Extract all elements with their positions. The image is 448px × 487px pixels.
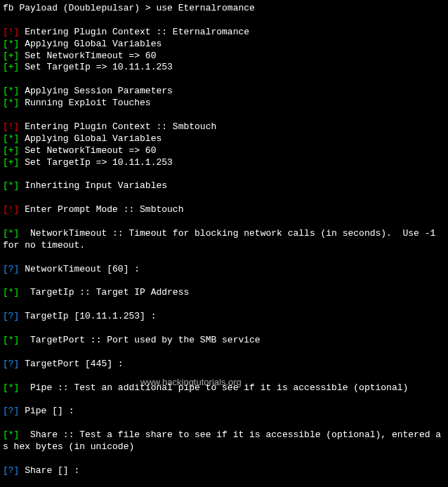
status-tag: [+]	[3, 145, 19, 156]
status-tag: [?]	[3, 359, 19, 369]
terminal-line	[3, 299, 445, 311]
status-tag: [*]	[3, 382, 19, 393]
status-tag: [*]	[3, 98, 19, 108]
status-tag: [?]	[3, 465, 19, 476]
line-text: Enter Prompt Mode :: Smbtouch	[25, 204, 183, 215]
line-text: TargetPort :: Port used by the SMB servi…	[25, 335, 260, 345]
terminal-line: [*] Applying Session Parameters	[3, 86, 445, 98]
line-text: Entering Plugin Context :: Eternalromanc…	[25, 27, 249, 37]
terminal-line: [!] Entering Plugin Context :: Eternalro…	[3, 27, 445, 39]
terminal-line: [?] TargetPort [445] :	[3, 359, 445, 371]
terminal-line: [+] Set NetworkTimeout => 60	[3, 51, 445, 62]
blank-line	[3, 15, 445, 27]
terminal-line	[3, 477, 445, 487]
status-tag: [*]	[3, 335, 19, 345]
line-text: Share :: Test a file share to see if it …	[25, 429, 441, 440]
status-tag: [+]	[3, 51, 19, 61]
terminal-line: [+] Set TargetIp => 10.11.1.253	[3, 62, 445, 74]
line-text: Applying Session Parameters	[25, 86, 173, 96]
status-tag: [!]	[3, 121, 19, 132]
terminal-output: fb Payload (Doublepulsar) > use Eternalr…	[3, 3, 445, 487]
line-text: Running Exploit Touches	[25, 98, 150, 108]
terminal-line: [*] Inheriting Input Variables	[3, 180, 445, 192]
line-text: TargetPort [445] :	[25, 359, 123, 369]
status-tag: [*]	[3, 86, 19, 96]
command-prompt[interactable]: fb Payload (Doublepulsar) > use Eternalr…	[3, 3, 445, 15]
terminal-line: [*] TargetIp :: Target IP Address	[3, 287, 445, 299]
line-text: NetworkTimeout [60] :	[25, 264, 140, 274]
terminal-line: [*] Applying Global Variables	[3, 133, 445, 145]
line-text: TargetIp :: Target IP Address	[25, 287, 189, 298]
line-text: Entering Plugin Context :: Smbtouch	[25, 121, 216, 132]
terminal-line: [*] Share :: Test a file share to see if…	[3, 429, 445, 441]
watermark: www.hackingtutorials.org	[140, 377, 242, 389]
terminal-line: [*] NetworkTimeout :: Timeout for blocki…	[3, 228, 445, 240]
status-tag: [*]	[3, 133, 19, 144]
status-tag: [*]	[3, 39, 19, 49]
terminal-line	[3, 192, 445, 204]
terminal-line: [!] Enter Prompt Mode :: Smbtouch	[3, 204, 445, 216]
terminal-line	[3, 347, 445, 359]
line-text: NetworkTimeout :: Timeout for blocking n…	[25, 228, 435, 239]
terminal-line	[3, 252, 445, 264]
terminal-line: [+] Set NetworkTimeout => 60	[3, 145, 445, 157]
line-text: Share [] :	[25, 465, 79, 476]
terminal-line: [?] TargetIp [10.11.1.253] :	[3, 311, 445, 323]
terminal-line	[3, 216, 445, 228]
status-tag: [?]	[3, 264, 19, 274]
terminal-line: [!] Entering Plugin Context :: Smbtouch	[3, 121, 445, 133]
status-tag: [?]	[3, 311, 19, 321]
status-tag: [*]	[3, 287, 19, 298]
terminal-line: [?] Pipe [] :	[3, 406, 445, 418]
terminal-line: for no timeout.	[3, 240, 445, 252]
terminal-line: [+] Set TargetIp => 10.11.1.253	[3, 157, 445, 169]
output-lines: [!] Entering Plugin Context :: Eternalro…	[3, 27, 445, 487]
terminal-line	[3, 453, 445, 465]
terminal-line	[3, 74, 445, 86]
line-text: Pipe [] :	[25, 406, 74, 416]
terminal-line	[3, 418, 445, 429]
line-text: Set TargetIp => 10.11.1.253	[25, 62, 173, 72]
status-tag: [+]	[3, 157, 19, 168]
terminal-line	[3, 168, 445, 180]
status-tag: [+]	[3, 62, 19, 72]
terminal-line	[3, 109, 445, 121]
status-tag: [*]	[3, 429, 19, 440]
terminal-line: [*] TargetPort :: Port used by the SMB s…	[3, 335, 445, 347]
terminal-line: [*] Running Exploit Touches	[3, 98, 445, 109]
terminal-line	[3, 323, 445, 335]
status-tag: [!]	[3, 27, 19, 37]
status-tag: [*]	[3, 228, 19, 239]
terminal-line: [*] Applying Global Variables	[3, 39, 445, 51]
terminal-line	[3, 275, 445, 287]
line-text: Inheriting Input Variables	[25, 180, 167, 191]
terminal-line: [?] Share [] :	[3, 465, 445, 477]
line-text: Set NetworkTimeout => 60	[25, 145, 156, 156]
terminal-line: [?] NetworkTimeout [60] :	[3, 264, 445, 276]
line-text: Applying Global Variables	[25, 39, 162, 49]
line-text: Set TargetIp => 10.11.1.253	[25, 157, 173, 168]
terminal-line	[3, 394, 445, 406]
status-tag: [?]	[3, 406, 19, 416]
status-tag: [*]	[3, 180, 19, 191]
status-tag: [!]	[3, 204, 19, 215]
line-text: Applying Global Variables	[25, 133, 162, 144]
line-text: Set NetworkTimeout => 60	[25, 51, 156, 61]
terminal-line: s hex bytes (in unicode)	[3, 441, 445, 453]
line-text: TargetIp [10.11.1.253] :	[25, 311, 156, 321]
